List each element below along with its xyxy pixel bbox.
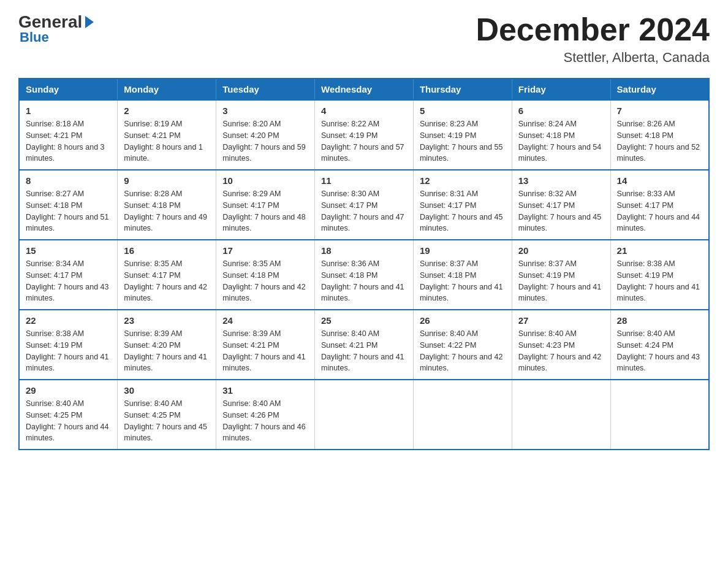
calendar-cell: 7Sunrise: 8:26 AMSunset: 4:18 PMDaylight… <box>610 100 709 170</box>
month-title: December 2024 <box>476 12 710 47</box>
day-info: Sunrise: 8:18 AMSunset: 4:21 PMDaylight:… <box>26 118 111 164</box>
day-info: Sunrise: 8:39 AMSunset: 4:21 PMDaylight:… <box>222 328 308 374</box>
header-day-tuesday: Tuesday <box>216 79 315 100</box>
day-number: 20 <box>518 245 604 256</box>
calendar-cell: 31Sunrise: 8:40 AMSunset: 4:26 PMDayligh… <box>216 380 315 450</box>
calendar-cell: 27Sunrise: 8:40 AMSunset: 4:23 PMDayligh… <box>512 310 610 380</box>
logo-arrow-icon <box>85 16 94 28</box>
day-number: 11 <box>321 175 407 186</box>
calendar-cell: 16Sunrise: 8:35 AMSunset: 4:17 PMDayligh… <box>118 240 216 310</box>
day-info: Sunrise: 8:40 AMSunset: 4:22 PMDaylight:… <box>420 328 506 374</box>
day-number: 28 <box>617 315 702 326</box>
day-info: Sunrise: 8:37 AMSunset: 4:19 PMDaylight:… <box>518 258 604 304</box>
day-info: Sunrise: 8:38 AMSunset: 4:19 PMDaylight:… <box>617 258 702 304</box>
calendar-cell: 4Sunrise: 8:22 AMSunset: 4:19 PMDaylight… <box>315 100 414 170</box>
calendar-cell: 6Sunrise: 8:24 AMSunset: 4:18 PMDaylight… <box>512 100 610 170</box>
calendar-cell: 22Sunrise: 8:38 AMSunset: 4:19 PMDayligh… <box>19 310 118 380</box>
calendar-cell: 28Sunrise: 8:40 AMSunset: 4:24 PMDayligh… <box>610 310 709 380</box>
day-number: 10 <box>222 175 308 186</box>
day-number: 14 <box>617 175 702 186</box>
day-info: Sunrise: 8:34 AMSunset: 4:17 PMDaylight:… <box>26 258 111 304</box>
day-number: 15 <box>26 245 111 256</box>
location: Stettler, Alberta, Canada <box>476 50 710 66</box>
calendar-cell: 21Sunrise: 8:38 AMSunset: 4:19 PMDayligh… <box>610 240 709 310</box>
day-number: 21 <box>617 245 702 256</box>
day-info: Sunrise: 8:40 AMSunset: 4:25 PMDaylight:… <box>26 398 111 444</box>
week-row-4: 22Sunrise: 8:38 AMSunset: 4:19 PMDayligh… <box>19 310 709 380</box>
calendar-cell: 26Sunrise: 8:40 AMSunset: 4:22 PMDayligh… <box>413 310 512 380</box>
calendar-cell: 23Sunrise: 8:39 AMSunset: 4:20 PMDayligh… <box>118 310 216 380</box>
day-info: Sunrise: 8:27 AMSunset: 4:18 PMDaylight:… <box>26 188 111 234</box>
day-info: Sunrise: 8:39 AMSunset: 4:20 PMDaylight:… <box>124 328 210 374</box>
header-day-sunday: Sunday <box>19 79 118 100</box>
calendar-cell: 29Sunrise: 8:40 AMSunset: 4:25 PMDayligh… <box>19 380 118 450</box>
day-info: Sunrise: 8:29 AMSunset: 4:17 PMDaylight:… <box>222 188 308 234</box>
day-number: 27 <box>518 315 604 326</box>
day-info: Sunrise: 8:40 AMSunset: 4:25 PMDaylight:… <box>124 398 210 444</box>
logo: General Blue <box>18 12 96 45</box>
calendar-cell: 2Sunrise: 8:19 AMSunset: 4:21 PMDaylight… <box>118 100 216 170</box>
day-number: 26 <box>420 315 506 326</box>
calendar-header: SundayMondayTuesdayWednesdayThursdayFrid… <box>19 79 709 100</box>
day-number: 16 <box>124 245 210 256</box>
day-info: Sunrise: 8:20 AMSunset: 4:20 PMDaylight:… <box>222 118 308 164</box>
day-info: Sunrise: 8:22 AMSunset: 4:19 PMDaylight:… <box>321 118 407 164</box>
calendar-cell: 3Sunrise: 8:20 AMSunset: 4:20 PMDaylight… <box>216 100 315 170</box>
calendar-cell: 10Sunrise: 8:29 AMSunset: 4:17 PMDayligh… <box>216 170 315 240</box>
day-info: Sunrise: 8:37 AMSunset: 4:18 PMDaylight:… <box>420 258 506 304</box>
calendar-cell: 20Sunrise: 8:37 AMSunset: 4:19 PMDayligh… <box>512 240 610 310</box>
header-day-friday: Friday <box>512 79 610 100</box>
day-number: 12 <box>420 175 506 186</box>
day-info: Sunrise: 8:38 AMSunset: 4:19 PMDaylight:… <box>26 328 111 374</box>
day-number: 3 <box>222 105 308 116</box>
day-info: Sunrise: 8:32 AMSunset: 4:17 PMDaylight:… <box>518 188 604 234</box>
day-number: 1 <box>26 105 111 116</box>
title-section: December 2024 Stettler, Alberta, Canada <box>476 12 710 66</box>
day-info: Sunrise: 8:40 AMSunset: 4:24 PMDaylight:… <box>617 328 702 374</box>
day-info: Sunrise: 8:24 AMSunset: 4:18 PMDaylight:… <box>518 118 604 164</box>
calendar-cell: 15Sunrise: 8:34 AMSunset: 4:17 PMDayligh… <box>19 240 118 310</box>
day-number: 30 <box>124 385 210 396</box>
day-number: 25 <box>321 315 407 326</box>
day-number: 22 <box>26 315 111 326</box>
calendar-cell: 8Sunrise: 8:27 AMSunset: 4:18 PMDaylight… <box>19 170 118 240</box>
day-number: 31 <box>222 385 308 396</box>
day-number: 5 <box>420 105 506 116</box>
day-number: 7 <box>617 105 702 116</box>
day-info: Sunrise: 8:35 AMSunset: 4:18 PMDaylight:… <box>222 258 308 304</box>
day-number: 23 <box>124 315 210 326</box>
day-info: Sunrise: 8:35 AMSunset: 4:17 PMDaylight:… <box>124 258 210 304</box>
day-info: Sunrise: 8:40 AMSunset: 4:21 PMDaylight:… <box>321 328 407 374</box>
calendar-cell <box>413 380 512 450</box>
header-day-monday: Monday <box>118 79 216 100</box>
calendar-cell: 30Sunrise: 8:40 AMSunset: 4:25 PMDayligh… <box>118 380 216 450</box>
day-number: 8 <box>26 175 111 186</box>
day-info: Sunrise: 8:31 AMSunset: 4:17 PMDaylight:… <box>420 188 506 234</box>
day-info: Sunrise: 8:33 AMSunset: 4:17 PMDaylight:… <box>617 188 702 234</box>
calendar-cell: 17Sunrise: 8:35 AMSunset: 4:18 PMDayligh… <box>216 240 315 310</box>
day-number: 2 <box>124 105 210 116</box>
day-number: 9 <box>124 175 210 186</box>
week-row-5: 29Sunrise: 8:40 AMSunset: 4:25 PMDayligh… <box>19 380 709 450</box>
day-number: 19 <box>420 245 506 256</box>
logo-blue: Blue <box>18 29 49 45</box>
day-info: Sunrise: 8:40 AMSunset: 4:26 PMDaylight:… <box>222 398 308 444</box>
calendar-cell <box>610 380 709 450</box>
header-row: SundayMondayTuesdayWednesdayThursdayFrid… <box>19 79 709 100</box>
calendar-body: 1Sunrise: 8:18 AMSunset: 4:21 PMDaylight… <box>19 100 709 450</box>
week-row-2: 8Sunrise: 8:27 AMSunset: 4:18 PMDaylight… <box>19 170 709 240</box>
page-header: General Blue December 2024 Stettler, Alb… <box>18 12 710 66</box>
calendar-cell: 5Sunrise: 8:23 AMSunset: 4:19 PMDaylight… <box>413 100 512 170</box>
calendar-cell: 18Sunrise: 8:36 AMSunset: 4:18 PMDayligh… <box>315 240 414 310</box>
calendar-table: SundayMondayTuesdayWednesdayThursdayFrid… <box>18 78 710 450</box>
calendar-cell: 13Sunrise: 8:32 AMSunset: 4:17 PMDayligh… <box>512 170 610 240</box>
day-info: Sunrise: 8:28 AMSunset: 4:18 PMDaylight:… <box>124 188 210 234</box>
calendar-cell <box>512 380 610 450</box>
calendar-cell: 1Sunrise: 8:18 AMSunset: 4:21 PMDaylight… <box>19 100 118 170</box>
calendar-cell: 19Sunrise: 8:37 AMSunset: 4:18 PMDayligh… <box>413 240 512 310</box>
week-row-1: 1Sunrise: 8:18 AMSunset: 4:21 PMDaylight… <box>19 100 709 170</box>
day-number: 17 <box>222 245 308 256</box>
header-day-saturday: Saturday <box>610 79 709 100</box>
day-info: Sunrise: 8:36 AMSunset: 4:18 PMDaylight:… <box>321 258 407 304</box>
calendar-cell: 9Sunrise: 8:28 AMSunset: 4:18 PMDaylight… <box>118 170 216 240</box>
